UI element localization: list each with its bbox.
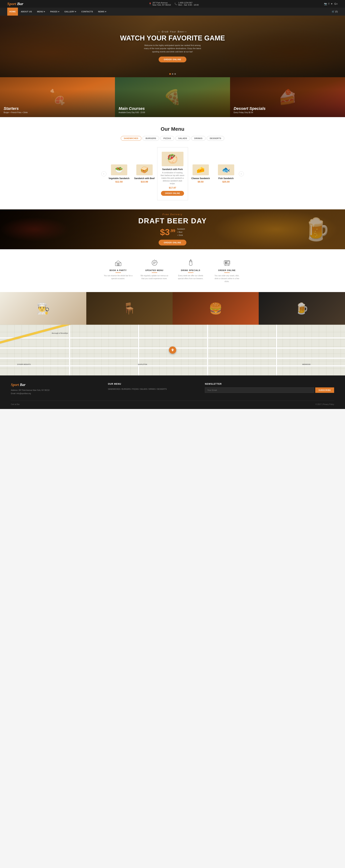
main-title: Main Courses — [119, 106, 226, 111]
gallery-beer[interactable]: 🍺 — [259, 292, 345, 325]
starters-sub: Burger + French Fries + Drink — [4, 112, 111, 114]
site-logo[interactable]: Sport Bar — [7, 1, 23, 6]
drinks-icon — [176, 258, 205, 268]
newsletter-subscribe-button[interactable]: SUBSCRIBE — [315, 388, 334, 393]
facebook-icon[interactable]: f — [328, 2, 329, 5]
desserts-overlay: Dessert Specials Every Friday Only $0.99 — [230, 77, 345, 117]
nav-items: HOME ABOUT US MENU ▾ PAGES ▾ GALLERY ▾ C… — [7, 8, 108, 16]
gallery-interior[interactable]: 🪑 — [86, 292, 172, 325]
feature-online: ORDER ONLINE You can order any snack, di… — [213, 258, 242, 283]
party-title: BOOK A PARTY — [104, 269, 133, 271]
fish-sandwich-price: $25.00 — [215, 180, 237, 183]
beer-detail-2: + Beer — [177, 230, 185, 234]
twitter-icon[interactable]: ✦ — [331, 2, 333, 5]
pork-sandwich-price: $17.97 — [160, 186, 185, 189]
tab-drinks[interactable]: DRINKS — [191, 136, 206, 141]
hero-dot-2[interactable] — [172, 73, 173, 75]
newsletter-email-input[interactable] — [205, 388, 314, 393]
hero-subtitle: Grab Your Beer — [120, 30, 225, 33]
features-section: BOOK A PARTY You can reserve the whole b… — [0, 249, 345, 292]
beef-sandwich-price: $10.99 — [134, 180, 155, 183]
hero-dot-1[interactable] — [169, 73, 171, 75]
nav-item-news[interactable]: NEWS ▾ — [96, 8, 108, 16]
svg-rect-12 — [225, 261, 227, 262]
beer-order-button[interactable]: ORDER ONLINE — [159, 240, 186, 245]
interior-emoji: 🪑 — [86, 292, 172, 325]
beer-detail-3: + Drink — [177, 234, 185, 237]
map-pin[interactable] — [169, 346, 176, 354]
footer-cart-bar: Cart at Bar — [11, 403, 20, 405]
footer-brand: Sport Bar Address: 287 Park Avenue New Y… — [11, 383, 97, 395]
online-icon — [213, 258, 242, 268]
menu-item-cheese: 🧀 Cheese Sandwich $9.50 — [188, 161, 213, 187]
footer-menu-title: OUR MENU — [108, 383, 194, 385]
footer-menu-section: OUR MENU SANDWICHES / BURGERS / PIZZAS /… — [108, 383, 194, 395]
online-desc: You can order any snack, dish, drink or … — [213, 274, 242, 283]
menu-update-title: UPDATED MENU — [140, 269, 169, 271]
map-road-h3 — [0, 358, 345, 359]
hero-order-button[interactable]: ORDER ONLINE — [159, 57, 186, 62]
hero-section: Grab Your Beer WATCH YOUR FAVORITE GAME … — [0, 16, 345, 77]
map-road-h1 — [0, 337, 345, 338]
starters-overlay: Starters Burger + French Fries + Drink — [0, 77, 115, 117]
online-svg — [223, 259, 230, 267]
map-label-midwood: MIDWOOD — [302, 364, 311, 365]
drinks-underline — [188, 273, 193, 273]
tab-salads[interactable]: SALADS — [175, 136, 190, 141]
footer-email-line: Email: info@sportbar.org — [11, 392, 97, 395]
nav-item-about[interactable]: ABOUT US — [19, 8, 34, 16]
main-overlay: Main Courses Available Every Day 9:00 - … — [115, 77, 230, 117]
pork-sandwich-name: Sandwich with Pork — [160, 168, 185, 170]
burger-emoji: 🍔 — [172, 292, 259, 325]
party-underline — [116, 273, 121, 273]
map-road-v4 — [276, 325, 277, 375]
tab-desserts[interactable]: DESSERTS — [207, 136, 224, 141]
nav-item-contacts[interactable]: CONTACTS — [79, 8, 95, 16]
address-line1: 287 Park Avenue — [153, 2, 171, 4]
menu-item-beef: 🥪 Sandwich with Beef $10.99 — [132, 161, 157, 187]
tab-sandwiches[interactable]: SANDWICHES — [121, 136, 142, 141]
footer-newsletter-section: NEWSLETTER SUBSCRIBE — [205, 383, 334, 395]
main-sub: Available Every Day 9:00 - 23:00 — [119, 112, 226, 114]
menu-update-desc: We regularly update our menus so that yo… — [140, 274, 169, 280]
category-section: 🍖 Starters Burger + French Fries + Drink… — [0, 77, 345, 117]
svg-line-2 — [118, 261, 121, 263]
pork-order-button[interactable]: ORDER ONLINE — [161, 191, 184, 196]
menu-next-button[interactable]: › — [239, 171, 244, 176]
nav-item-menu[interactable]: MENU ▾ — [35, 8, 47, 16]
cheese-sandwich-image: 🧀 — [192, 164, 209, 175]
feature-drinks: DRINK SPECIALS Every week we offer our c… — [176, 258, 205, 283]
nav-item-pages[interactable]: PAGES ▾ — [48, 8, 61, 16]
nav-item-home[interactable]: HOME — [7, 8, 18, 16]
category-desserts[interactable]: 🍰 Dessert Specials Every Friday Only $0.… — [230, 77, 345, 117]
menu-prev-button[interactable]: ‹ — [101, 171, 106, 176]
beef-sandwich-name: Sandwich with Beef — [134, 177, 155, 180]
category-starters[interactable]: 🍖 Starters Burger + French Fries + Drink — [0, 77, 115, 117]
gallery-chef[interactable]: 👨‍🍳 — [0, 292, 86, 325]
vegetable-sandwich-image: 🥗 — [111, 164, 127, 175]
google-plus-icon[interactable]: G+ — [334, 2, 338, 5]
menu-section: Our Menu SANDWICHES BURGERS PIZZAS SALAD… — [0, 117, 345, 209]
instagram-icon[interactable]: 📷 — [324, 2, 327, 5]
svg-rect-0 — [115, 263, 121, 266]
beer-glass-icon: 🍺 — [303, 217, 331, 242]
hero-dot-3[interactable] — [175, 73, 176, 75]
footer-top: Sport Bar Address: 287 Park Avenue New Y… — [11, 383, 334, 395]
footer-copyright: © 2017 | Privacy Policy — [315, 403, 334, 405]
map-road-v1 — [69, 325, 70, 375]
tab-pizzas[interactable]: PIZZAS — [160, 136, 174, 141]
map-road-h4 — [0, 365, 345, 366]
svg-rect-13 — [225, 262, 227, 263]
nav-item-gallery[interactable]: GALLERY ▾ — [62, 8, 79, 16]
category-main[interactable]: 🍕 Main Courses Available Every Day 9:00 … — [115, 77, 230, 117]
beer-banner-title: DRAFT BEER DAY — [138, 217, 207, 225]
phone-line1: 1-800-1234-567 — [178, 2, 199, 4]
tab-burgers[interactable]: BURGERS — [143, 136, 159, 141]
footer-logo: Sport Bar — [11, 383, 97, 387]
map-label-dyker: DYKER HEIGHTS — [17, 364, 31, 365]
top-bar: Sport Bar 📍 287 Park Avenue New York, NY… — [0, 0, 345, 8]
gallery-burger[interactable]: 🍔 — [172, 292, 259, 325]
cart-button[interactable]: 🛒 (0) — [332, 10, 338, 13]
beer-emoji: 🍺 — [259, 292, 345, 325]
footer-menu-links: SANDWICHES / BURGERS / PIZZAS / SALADS /… — [108, 388, 194, 391]
